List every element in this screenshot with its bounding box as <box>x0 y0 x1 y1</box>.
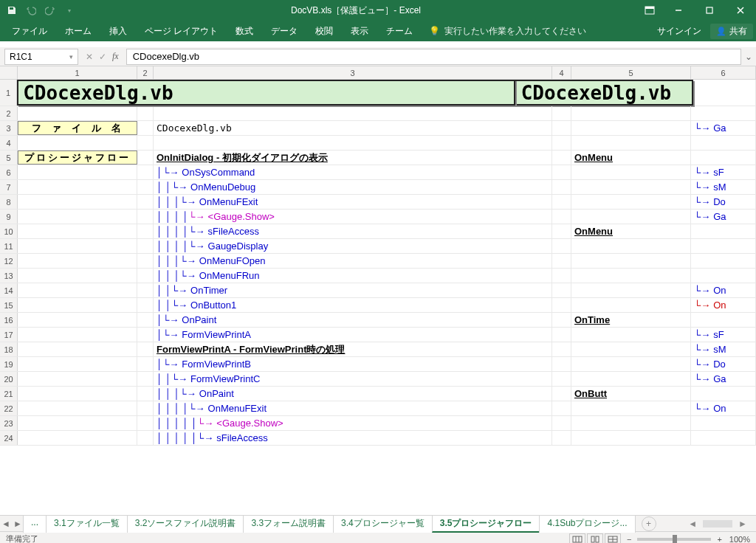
row-header[interactable]: 16 <box>0 313 18 327</box>
cell[interactable]: │ │ │ │ │ └→ <Gauge.Show> <box>154 416 552 430</box>
tab-home[interactable]: ホーム <box>56 21 100 41</box>
cell[interactable] <box>552 387 571 401</box>
cell[interactable] <box>137 136 154 150</box>
cell[interactable] <box>18 342 137 356</box>
cell[interactable]: OnInitDialog - 初期化ダイアログの表示 <box>154 151 552 165</box>
cell[interactable]: └→ On <box>691 401 756 415</box>
tab-review[interactable]: 校閲 <box>306 21 342 41</box>
cell[interactable] <box>18 210 137 224</box>
cell[interactable] <box>137 239 154 253</box>
zoom-out-button[interactable]: − <box>627 535 631 544</box>
cell[interactable] <box>137 121 154 135</box>
cell[interactable] <box>571 328 691 342</box>
new-sheet-button[interactable]: + <box>642 516 656 531</box>
cell[interactable] <box>571 195 691 209</box>
row-header[interactable]: 14 <box>0 283 18 297</box>
zoom-slider[interactable] <box>637 538 711 541</box>
cell[interactable] <box>571 210 691 224</box>
cell[interactable] <box>552 357 571 371</box>
cell[interactable] <box>18 283 137 297</box>
cell[interactable] <box>552 313 571 327</box>
row-header[interactable]: 9 <box>0 210 18 224</box>
cell[interactable] <box>552 372 571 386</box>
name-box-dropdown-icon[interactable]: ▾ <box>69 53 73 60</box>
cell[interactable]: │ │ │ └→ OnMenuFOpen <box>154 254 552 268</box>
cell[interactable] <box>552 165 571 179</box>
tab-file[interactable]: ファイル <box>3 21 56 41</box>
zoom-level[interactable]: 100% <box>729 535 750 544</box>
row-header[interactable]: 1 <box>0 80 17 106</box>
cell[interactable] <box>154 136 552 150</box>
row-header[interactable]: 12 <box>0 254 18 268</box>
cell[interactable] <box>571 372 691 386</box>
scrollbar-track[interactable] <box>703 520 732 528</box>
sheet-tab[interactable]: ... <box>23 515 47 533</box>
row-header[interactable]: 21 <box>0 387 18 401</box>
cell[interactable] <box>18 269 137 283</box>
redo-icon[interactable] <box>44 4 56 16</box>
cell[interactable]: └→ sF <box>691 328 756 342</box>
cell[interactable] <box>552 151 571 165</box>
cell[interactable] <box>552 342 571 356</box>
cell[interactable] <box>571 431 691 445</box>
cell[interactable] <box>552 121 571 135</box>
row-header[interactable]: 18 <box>0 342 18 356</box>
sheet-tab[interactable]: 4.1Subプロシージ... <box>539 515 635 533</box>
row-header[interactable]: 23 <box>0 416 18 430</box>
col-header[interactable]: 4 <box>552 66 571 79</box>
zoom-thumb[interactable] <box>673 535 677 544</box>
name-box[interactable]: R1C1 ▾ <box>4 49 78 65</box>
cell[interactable]: CDocexeDlg.vb <box>515 80 693 106</box>
cell[interactable]: OnTime <box>571 313 691 327</box>
cell[interactable]: └→ Ga <box>691 210 756 224</box>
formula-input[interactable]: CDocexeDlg.vb <box>126 49 741 65</box>
col-header[interactable]: 6 <box>691 66 756 79</box>
cell[interactable] <box>552 416 571 430</box>
cell[interactable] <box>18 431 137 445</box>
page-break-view-button[interactable] <box>605 533 621 544</box>
cell[interactable] <box>137 269 154 283</box>
cell[interactable]: プロシージャフロー <box>18 151 137 165</box>
cell[interactable]: └→ sF <box>691 165 756 179</box>
cell[interactable] <box>18 165 137 179</box>
cell[interactable] <box>691 313 756 327</box>
cell[interactable]: └→ sM <box>691 342 756 356</box>
cell[interactable]: │ │ └→ OnTimer <box>154 283 552 297</box>
row-header[interactable]: 10 <box>0 224 18 238</box>
select-all-corner[interactable] <box>0 66 18 79</box>
cell[interactable]: │ │ └→ OnMenuDebug <box>154 180 552 194</box>
cell[interactable] <box>571 416 691 430</box>
tab-insert[interactable]: 挿入 <box>100 21 136 41</box>
cell[interactable] <box>552 210 571 224</box>
cell[interactable] <box>18 372 137 386</box>
row-header[interactable]: 11 <box>0 239 18 253</box>
cell[interactable]: フ ァ イ ル 名 <box>18 121 137 135</box>
sheet-nav-next-icon[interactable]: ► <box>12 519 24 529</box>
scroll-left-icon[interactable]: ◄ <box>688 519 697 529</box>
cell[interactable] <box>18 313 137 327</box>
cell[interactable] <box>137 431 154 445</box>
cell[interactable] <box>552 298 571 312</box>
cell[interactable] <box>137 372 154 386</box>
cell[interactable] <box>552 195 571 209</box>
cell[interactable] <box>571 121 691 135</box>
row-header[interactable]: 2 <box>0 106 18 120</box>
cell[interactable] <box>691 269 756 283</box>
row-header[interactable]: 7 <box>0 180 18 194</box>
cell[interactable] <box>137 195 154 209</box>
cell[interactable] <box>18 298 137 312</box>
cell[interactable] <box>137 283 154 297</box>
cell[interactable] <box>137 298 154 312</box>
row-header[interactable]: 19 <box>0 357 18 371</box>
tab-formulas[interactable]: 数式 <box>227 21 262 41</box>
cell[interactable] <box>571 165 691 179</box>
qat-dropdown-icon[interactable]: ▾ <box>63 4 75 16</box>
cell[interactable] <box>18 180 137 194</box>
worksheet-grid[interactable]: 1 2 3 4 5 6 1CDocexeDlg.vbCDocexeDlg.vb2… <box>0 66 756 515</box>
cell[interactable]: │ │ │ └→ OnMenuFRun <box>154 269 552 283</box>
cell[interactable] <box>137 387 154 401</box>
col-header[interactable]: 5 <box>571 66 691 79</box>
cell[interactable] <box>691 151 756 165</box>
cell[interactable] <box>137 254 154 268</box>
cell[interactable] <box>137 151 154 165</box>
